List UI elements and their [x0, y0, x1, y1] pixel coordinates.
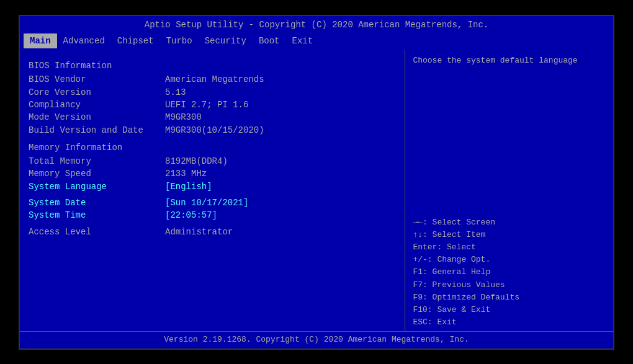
section-title-0: BIOS Information	[29, 60, 396, 72]
bios-screen: Aptio Setup Utility - Copyright (C) 2020…	[19, 15, 614, 350]
info-value-0-3: M9GR300	[165, 111, 202, 123]
info-value-2-0: [Sun 10/17/2021]	[165, 197, 248, 209]
info-label-1-2: System Language	[29, 180, 165, 193]
key-hint-2: Enter: Select	[413, 241, 606, 254]
info-section-3: Access LevelAdministrator	[29, 226, 396, 238]
nav-tab-advanced[interactable]: Advanced	[57, 33, 111, 48]
title-text: Aptio Setup Utility - Copyright (C) 2020…	[145, 20, 489, 30]
info-row-0-4: Build Version and DateM9GR300(10/15/2020…	[29, 124, 396, 136]
info-value-1-1: 2133 MHz	[165, 167, 207, 180]
info-value-3-0: Administrator	[165, 226, 233, 238]
key-hint-7: F10: Save & Exit	[413, 304, 606, 316]
info-row-1-0: Total Memory8192MB(DDR4)	[29, 155, 396, 167]
right-keys: →←: Select Screen↑↓: Select ItemEnter: S…	[413, 216, 606, 329]
key-hint-5: F7: Previous Values	[413, 279, 606, 291]
info-label-3-0: Access Level	[29, 226, 165, 238]
key-hint-3: +/-: Change Opt.	[413, 254, 606, 266]
key-hint-4: F1: General Help	[413, 266, 606, 278]
nav-tab-chipset[interactable]: Chipset	[111, 33, 160, 48]
right-panel: Choose the system default language →←: S…	[405, 50, 613, 334]
right-help-text: Choose the system default language	[413, 55, 606, 67]
info-row-0-2: CompliancyUEFI 2.7; PI 1.6	[29, 99, 396, 111]
nav-tab-boot[interactable]: Boot	[253, 33, 286, 48]
info-label-0-3: Mode Version	[29, 111, 165, 123]
info-value-1-2: [English]	[165, 180, 212, 193]
info-value-0-2: UEFI 2.7; PI 1.6	[165, 99, 248, 111]
info-value-0-4: M9GR300(10/15/2020)	[165, 124, 264, 136]
title-bar: Aptio Setup Utility - Copyright (C) 2020…	[20, 16, 613, 32]
footer-text: Version 2.19.1268. Copyright (C) 2020 Am…	[164, 335, 469, 344]
nav-tab-exit[interactable]: Exit	[285, 33, 319, 48]
info-row-0-3: Mode VersionM9GR300	[29, 111, 396, 123]
info-label-0-2: Compliancy	[29, 99, 165, 111]
info-section-2: System Date[Sun 10/17/2021]System Time[2…	[29, 197, 396, 222]
info-row-3-0: Access LevelAdministrator	[29, 226, 396, 238]
info-value-1-0: 8192MB(DDR4)	[165, 155, 228, 167]
nav-tab-main[interactable]: Main	[24, 33, 57, 48]
info-row-0-1: Core Version5.13	[29, 86, 396, 99]
key-hint-0: →←: Select Screen	[413, 216, 606, 229]
nav-bar[interactable]: MainAdvancedChipsetTurboSecurityBootExit	[20, 32, 613, 50]
nav-tab-security[interactable]: Security	[199, 33, 253, 48]
info-label-0-0: BIOS Vendor	[29, 73, 165, 86]
info-label-2-1: System Time	[29, 209, 165, 221]
info-label-0-1: Core Version	[29, 86, 165, 99]
info-label-1-1: Memory Speed	[29, 167, 165, 180]
info-row-1-2: System Language[English]	[29, 180, 396, 193]
content-area: BIOS InformationBIOS VendorAmerican Mega…	[20, 50, 613, 334]
section-title-1: Memory Information	[29, 141, 396, 154]
footer: Version 2.19.1268. Copyright (C) 2020 Am…	[20, 331, 613, 348]
info-value-0-1: 5.13	[165, 86, 186, 99]
info-label-1-0: Total Memory	[29, 155, 165, 167]
info-row-0-0: BIOS VendorAmerican Megatrends	[29, 73, 396, 86]
info-section-0: BIOS InformationBIOS VendorAmerican Mega…	[29, 60, 396, 136]
info-row-2-0: System Date[Sun 10/17/2021]	[29, 197, 396, 209]
info-section-1: Memory InformationTotal Memory8192MB(DDR…	[29, 141, 396, 193]
left-panel: BIOS InformationBIOS VendorAmerican Mega…	[20, 50, 405, 334]
info-row-2-1: System Time[22:05:57]	[29, 209, 396, 221]
key-hint-1: ↑↓: Select Item	[413, 229, 606, 241]
info-label-2-0: System Date	[29, 197, 165, 209]
key-hint-6: F9: Optimized Defaults	[413, 291, 606, 304]
info-value-2-1: [22:05:57]	[165, 209, 217, 221]
info-label-0-4: Build Version and Date	[29, 124, 165, 136]
key-hint-8: ESC: Exit	[413, 316, 606, 329]
info-value-0-0: American Megatrends	[165, 73, 264, 86]
info-row-1-1: Memory Speed2133 MHz	[29, 167, 396, 180]
nav-tab-turbo[interactable]: Turbo	[160, 33, 199, 48]
